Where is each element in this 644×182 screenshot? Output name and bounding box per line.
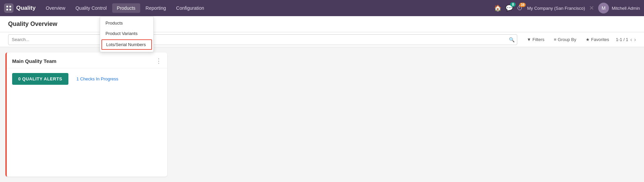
user-menu[interactable]: M Mitchell Admin [598,3,640,13]
nav-item-overview[interactable]: Overview [41,3,70,13]
nav-item-quality-control[interactable]: Quality Control [71,3,112,13]
chat-badge: 8 [510,2,516,7]
search-bar: 🔍 [8,34,517,45]
avatar: M [598,3,609,13]
search-input[interactable] [8,34,517,45]
checks-in-progress-link[interactable]: 1 Checks In Progress [76,76,118,81]
nav-separator: ✕ [589,4,594,12]
group-by-label: Group By [558,37,576,42]
pagination-prev[interactable]: ‹ [630,37,632,43]
page-title: Quality Overview [8,21,57,28]
top-navigation: Quality Overview Quality Control Product… [0,0,644,16]
nav-item-reporting[interactable]: Reporting [141,3,171,13]
brand-name: Quality [16,5,36,11]
dropdown-item-product-variants[interactable]: Product Variants [100,28,153,39]
home-icon-btn[interactable]: 🏠 [494,4,501,12]
quality-alerts-button[interactable]: 0 QUALITY ALERTS [12,73,68,85]
kanban-card-title: Main Quality Team [12,58,56,64]
dropdown-item-lots-serial[interactable]: Lots/Serial Numbers [101,39,152,50]
svg-rect-3 [9,9,11,10]
company-selector[interactable]: My Company (San Francisco) [527,6,585,11]
favorites-button[interactable]: ★ Favorites [583,36,612,43]
content-header: Quality Overview [0,16,644,32]
pagination-text: 1-1 / 1 [616,37,628,42]
svg-rect-0 [6,6,8,7]
nav-item-products[interactable]: Products [112,3,140,13]
kanban-card: Main Quality Team ⋮ 0 QUALITY ALERTS 1 C… [5,52,167,177]
clock-icon-btn[interactable]: ⏱ 38 [517,5,523,12]
favorites-label: Favorites [591,37,609,42]
nav-item-configuration[interactable]: Configuration [172,3,209,13]
chat-icon-btn[interactable]: 💬 8 [505,4,513,12]
nav-menu: Overview Quality Control Products Report… [41,3,494,13]
main-content: Main Quality Team ⋮ 0 QUALITY ALERTS 1 C… [0,47,644,182]
svg-rect-2 [6,9,8,10]
star-icon: ★ [586,37,590,42]
clock-badge: 38 [519,3,526,7]
pagination: 1-1 / 1 ‹ › [616,37,636,43]
topnav-right: 🏠 💬 8 ⏱ 38 My Company (San Francisco) ✕ … [494,3,640,13]
user-name: Mitchell Admin [612,6,640,11]
dropdown-item-products[interactable]: Products [100,18,153,28]
kanban-card-menu-icon[interactable]: ⋮ [156,57,162,65]
kanban-area: Main Quality Team ⋮ 0 QUALITY ALERTS 1 C… [0,47,644,182]
groupby-icon: ≡ [554,37,557,42]
filters-label: Filters [532,37,544,42]
kanban-card-body: 0 QUALITY ALERTS 1 Checks In Progress [7,68,167,89]
group-by-button[interactable]: ≡ Group By [551,36,579,43]
toolbar: 🔍 ▼ Filters ≡ Group By ★ Favorites 1-1 /… [0,32,644,47]
kanban-card-header: Main Quality Team ⋮ [7,52,167,68]
app-brand[interactable]: Quality [4,3,36,13]
search-icon[interactable]: 🔍 [509,37,515,42]
toolbar-actions: ▼ Filters ≡ Group By ★ Favorites 1-1 / 1… [524,36,636,43]
filters-button[interactable]: ▼ Filters [524,36,547,43]
pagination-next[interactable]: › [634,37,636,43]
svg-rect-1 [9,6,11,7]
products-dropdown: Products Product Variants Lots/Serial Nu… [100,16,154,52]
filter-icon: ▼ [527,37,531,42]
app-icon [4,3,13,13]
